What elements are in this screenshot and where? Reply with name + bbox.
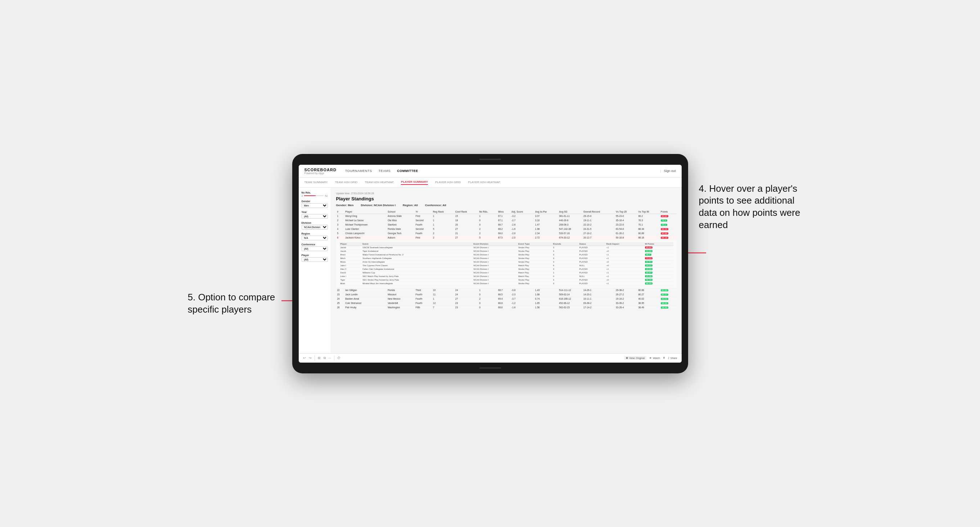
ellipsis-icon[interactable]: ··· <box>329 356 331 360</box>
wpoints-badge[interactable]: 56.18 <box>645 279 652 281</box>
row-player: Bastien Amat <box>344 297 387 301</box>
table-row: 2 Michael La Sasso Ole Miss Second 1 18 … <box>336 218 677 222</box>
row-avg-sg: 514-111-12 <box>558 288 582 292</box>
nav-teams[interactable]: TEAMS <box>379 168 391 173</box>
table-row: 26 Petr Hruby Washington Fifth 7 23 0 68… <box>336 305 677 310</box>
points-badge[interactable]: 76.3 <box>661 219 667 222</box>
no-rds-slider[interactable] <box>304 195 323 196</box>
row-points[interactable]: 38.95 <box>660 301 677 305</box>
conference-select[interactable]: (All) <box>302 246 328 251</box>
row-wins: 67.1 <box>497 218 510 222</box>
points-badge[interactable]: 40.02 <box>661 298 668 300</box>
list-item: DavidWilliams CupNCAA Division IMatch Pl… <box>339 271 673 275</box>
points-badge[interactable]: 88.34 <box>661 228 668 230</box>
tab-player-h2h-grid[interactable]: PLAYER H2H GRID <box>435 180 461 184</box>
row-to-par: 1.65 <box>534 301 558 305</box>
clock-icon[interactable]: ⏱ <box>337 356 340 360</box>
wpoints-badge[interactable]: 24.11 <box>645 264 652 267</box>
row-points[interactable]: 76.3 <box>660 218 677 222</box>
copy-icon[interactable]: ⧉ <box>323 356 326 360</box>
list-item: Alex CFallen Oak Collegiate Invitational… <box>339 267 673 271</box>
row-vs50: 76.3 <box>637 218 659 222</box>
division-select[interactable]: NCAA Division I <box>302 225 328 230</box>
exp-player: Marie <box>339 260 362 264</box>
download-btn[interactable]: ⬇ <box>663 356 665 360</box>
nav-tournaments[interactable]: TOURNAMENTS <box>345 168 372 173</box>
row-yr: Fifth <box>415 305 432 310</box>
row-points[interactable]: 88.18 <box>660 235 677 240</box>
points-badge[interactable]: 70.1 <box>661 224 667 226</box>
tab-team-h2h-grid[interactable]: TEAM H2H GRID <box>335 180 358 184</box>
points-badge-active[interactable]: 88.18 <box>661 237 668 239</box>
annotation-right-text: 4. Hover over a player's points to see a… <box>699 183 800 230</box>
tab-team-summary[interactable]: TEAM SUMMARY <box>304 180 328 184</box>
exp-player: Mutti <box>339 282 362 285</box>
row-rds: 0 <box>478 218 497 222</box>
row-points[interactable]: 80.27 <box>660 292 677 297</box>
row-school: Florida State <box>387 227 415 231</box>
share-btn[interactable]: ⤴ Share <box>668 356 677 360</box>
exp-event: SEC Match Play hosted by Jerry Pate <box>361 275 472 278</box>
region-select[interactable]: N/A <box>302 236 328 240</box>
nav-committee[interactable]: COMMITTEE <box>397 168 418 173</box>
exp-rounds: 3 <box>552 246 578 249</box>
row-overall: 29-15-0 <box>582 214 615 218</box>
col-conf-rank: Conf Rank <box>454 210 478 214</box>
wpoints-badge[interactable]: 73.33 <box>645 257 652 259</box>
tab-team-h2h-heatmap[interactable]: TEAM H2H HEATMAP <box>364 180 394 184</box>
row-points[interactable]: 80.89 <box>660 231 677 235</box>
row-points[interactable]: 80.68 <box>660 288 677 292</box>
filter-icon[interactable]: ⊞ <box>318 356 321 360</box>
exp-division: NCAA Division I <box>473 264 517 267</box>
exp-rank: +1 <box>605 271 644 275</box>
points-badge[interactable]: 60.64 <box>661 215 668 217</box>
sign-out-link[interactable]: Sign out <box>663 169 676 173</box>
wpoints-badge[interactable]: 66.40 <box>645 283 652 284</box>
undo-icon[interactable]: ↩ <box>303 356 306 360</box>
wpoints-badge[interactable]: 46.7 <box>645 254 651 256</box>
exp-type: Stroke Play <box>517 267 552 271</box>
points-badge[interactable]: 80.27 <box>661 294 668 296</box>
no-rds-label: No Rds. <box>302 191 328 194</box>
wpoints-badge[interactable]: 25.38 <box>645 275 652 277</box>
wpoints-badge[interactable]: 60.64 <box>645 246 652 249</box>
wpoints-badge[interactable]: 37.57 <box>645 261 652 263</box>
player-select[interactable]: (All) <box>302 257 328 262</box>
view-original-btn[interactable]: ◉ View: Original <box>624 356 646 360</box>
exp-rounds: 3 <box>552 249 578 253</box>
wpoints-badge[interactable]: 16.50 <box>645 268 652 270</box>
redo-icon[interactable]: ↪ <box>309 356 312 360</box>
row-to-par: 1.68 <box>534 292 558 297</box>
row-school: Florida <box>387 288 415 292</box>
nav-right: | Sign out <box>660 169 676 173</box>
tab-player-summary[interactable]: PLAYER SUMMARY <box>401 179 428 185</box>
points-badge[interactable]: 80.68 <box>661 289 668 291</box>
row-wins: 88.7 <box>497 222 510 227</box>
exp-player: David <box>339 271 362 275</box>
year-select[interactable]: (All) <box>302 214 328 219</box>
exp-type: Match Play <box>517 275 552 278</box>
row-points[interactable]: 40.02 <box>660 297 677 301</box>
gender-select[interactable]: Men Women <box>302 203 328 208</box>
wpoints-badge[interactable]: 30.47 <box>645 271 652 274</box>
row-player: Jackson Koivu <box>344 235 387 240</box>
row-points[interactable]: 70.1 <box>660 222 677 227</box>
row-vs25: 55-23-0 <box>615 214 637 218</box>
tab-player-h2h-heatmap[interactable]: PLAYER H2H HEATMAP <box>468 180 501 184</box>
row-points[interactable]: 38.49 <box>660 305 677 310</box>
row-conf-rank: 23 <box>454 301 478 305</box>
player-label: Player <box>302 254 328 257</box>
watch-btn[interactable]: 👁 Watch <box>649 356 660 360</box>
row-points[interactable]: 88.34 <box>660 227 677 231</box>
points-badge[interactable]: 38.95 <box>661 302 668 304</box>
row-vs50: 70.1 <box>637 222 659 227</box>
row-reg-rank: 5 <box>432 227 454 231</box>
gender-label: Gender <box>302 200 328 203</box>
exp-status: PLAYED <box>578 282 605 285</box>
row-points[interactable]: 60.64 <box>660 214 677 218</box>
wpoints-badge[interactable]: 53.60 <box>645 250 652 252</box>
row-yr: Fourth <box>415 301 432 305</box>
points-badge[interactable]: 80.89 <box>661 232 668 235</box>
player-filter: Player (All) <box>302 254 328 262</box>
points-badge[interactable]: 38.49 <box>661 306 668 309</box>
